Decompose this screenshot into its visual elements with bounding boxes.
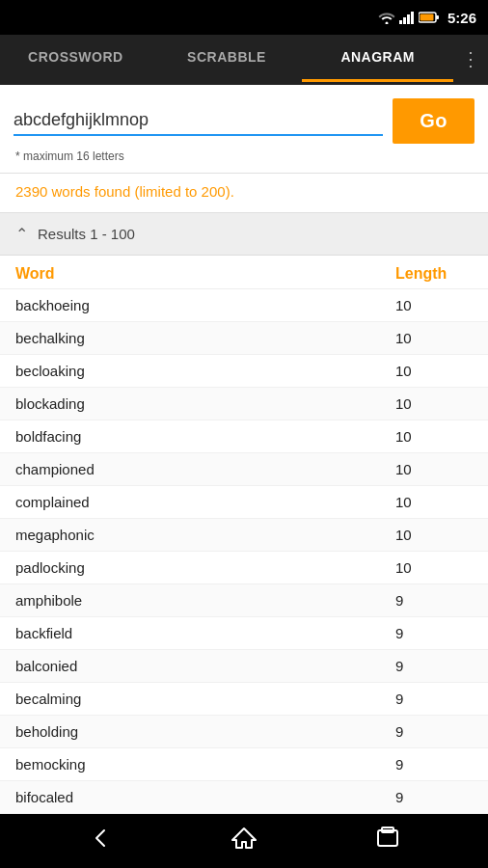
length-cell: 9 [395, 625, 473, 641]
results-found-section: 2390 words found (limited to 200). [0, 174, 488, 213]
signal-icon [399, 11, 415, 24]
word-cell: becloaking [15, 363, 395, 379]
results-header: ⌃ Results 1 - 100 [0, 213, 488, 256]
word-cell: beholding [15, 723, 395, 740]
word-cell: bemocking [15, 756, 395, 773]
recents-button[interactable] [355, 817, 420, 865]
length-cell: 10 [395, 395, 473, 412]
word-row: blockading 10 [0, 388, 488, 420]
tab-crossword[interactable]: CROSSWORD [0, 35, 151, 82]
search-input[interactable] [14, 110, 383, 130]
collapse-icon[interactable]: ⌃ [15, 225, 28, 243]
bottom-nav [0, 814, 488, 868]
length-cell: 9 [395, 723, 473, 740]
word-list: Word Length backhoeing 10 bechalking 10 … [0, 256, 488, 814]
tab-bar: CROSSWORD SCRABBLE ANAGRAM ⋮ [0, 35, 488, 85]
results-range: Results 1 - 100 [38, 226, 135, 242]
length-cell: 9 [395, 592, 473, 609]
length-cell: 9 [395, 789, 473, 805]
word-cell: bifocaled [15, 789, 395, 805]
length-cell: 9 [395, 658, 473, 674]
go-button[interactable]: Go [393, 98, 474, 144]
length-cell: 10 [395, 363, 473, 379]
svg-rect-5 [436, 15, 439, 19]
wifi-icon [378, 11, 395, 24]
length-cell: 10 [395, 559, 473, 576]
svg-rect-3 [411, 12, 414, 24]
status-time: 5:26 [447, 10, 476, 26]
word-row: bechalking 10 [0, 322, 488, 355]
word-rows-container: backhoeing 10 bechalking 10 becloaking 1… [0, 289, 488, 814]
word-row: becalming 9 [0, 683, 488, 716]
word-row: padlocking 10 [0, 552, 488, 584]
word-cell: championed [15, 461, 395, 477]
word-row: bifocaled 9 [0, 781, 488, 814]
word-cell: megaphonic [15, 527, 395, 543]
search-input-wrap [14, 106, 383, 136]
svg-rect-0 [399, 20, 402, 24]
word-list-header: Word Length [0, 256, 488, 289]
home-icon [230, 825, 258, 852]
back-button[interactable] [68, 817, 133, 865]
word-row: bemocking 9 [0, 748, 488, 781]
word-cell: bechalking [15, 330, 395, 346]
word-row: becloaking 10 [0, 355, 488, 388]
word-row: championed 10 [0, 453, 488, 486]
svg-marker-7 [232, 828, 256, 848]
back-icon [87, 825, 114, 852]
search-row: Go [14, 98, 474, 144]
length-cell: 10 [395, 494, 473, 510]
word-row: megaphonic 10 [0, 519, 488, 552]
length-cell: 10 [395, 297, 473, 313]
word-cell: complained [15, 494, 395, 510]
word-cell: blockading [15, 395, 395, 412]
column-length-header: Length [395, 265, 473, 283]
length-cell: 10 [395, 330, 473, 346]
word-row: amphibole 9 [0, 584, 488, 617]
word-row: boldfacing 10 [0, 420, 488, 453]
status-bar: 5:26 [0, 0, 488, 35]
battery-icon [419, 11, 440, 24]
svg-rect-1 [403, 17, 406, 24]
word-cell: boldfacing [15, 428, 395, 445]
results-found-text: 2390 words found (limited to 200). [15, 183, 234, 200]
menu-button[interactable]: ⋮ [453, 35, 488, 82]
word-cell: becalming [15, 691, 395, 707]
word-row: complained 10 [0, 486, 488, 519]
length-cell: 10 [395, 527, 473, 543]
length-cell: 10 [395, 428, 473, 445]
word-cell: backfield [15, 625, 395, 641]
length-cell: 10 [395, 461, 473, 477]
tab-anagram[interactable]: ANAGRAM [302, 35, 453, 82]
svg-rect-2 [407, 14, 410, 24]
more-icon: ⋮ [461, 49, 480, 68]
svg-rect-6 [420, 14, 433, 21]
word-cell: balconied [15, 658, 395, 674]
word-cell: amphibole [15, 592, 395, 609]
length-cell: 9 [395, 691, 473, 707]
max-letters-note: * maximum 16 letters [14, 149, 474, 163]
word-cell: backhoeing [15, 297, 395, 313]
word-row: balconied 9 [0, 650, 488, 683]
column-word-header: Word [15, 265, 395, 283]
word-row: backfield 9 [0, 617, 488, 650]
status-icons: 5:26 [378, 10, 476, 26]
recents-icon [374, 825, 401, 852]
home-button[interactable] [211, 817, 277, 865]
length-cell: 9 [395, 756, 473, 773]
word-row: beholding 9 [0, 716, 488, 748]
word-row: backhoeing 10 [0, 289, 488, 322]
tab-scrabble[interactable]: SCRABBLE [151, 35, 303, 82]
word-cell: padlocking [15, 559, 395, 576]
search-area: Go * maximum 16 letters [0, 85, 488, 174]
